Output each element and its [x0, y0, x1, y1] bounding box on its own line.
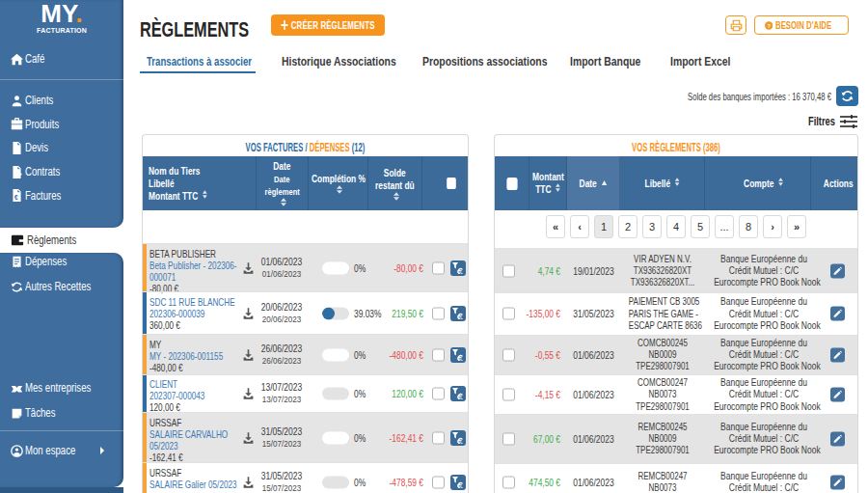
- svg-text:€: €: [14, 194, 18, 201]
- svg-text:?: ?: [767, 22, 771, 28]
